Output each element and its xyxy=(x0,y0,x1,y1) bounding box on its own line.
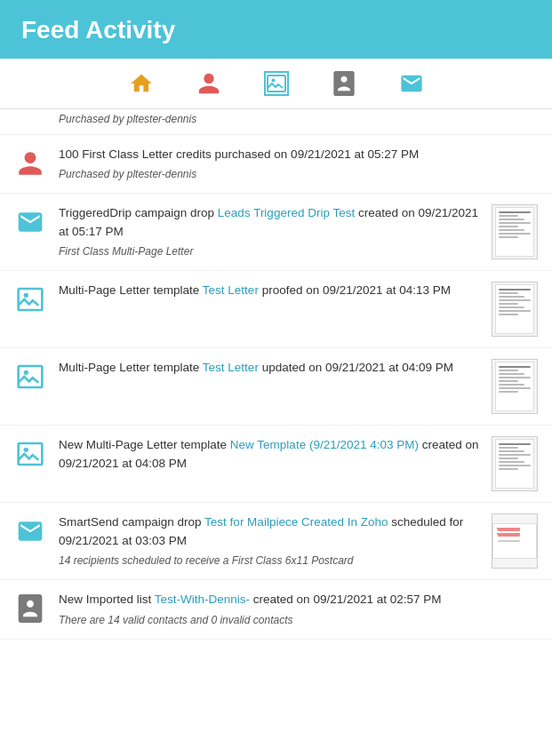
svg-rect-0 xyxy=(268,76,285,92)
feed-item-text-before: SmartSend campaign drop xyxy=(59,515,204,529)
user-nav-item[interactable] xyxy=(193,68,225,99)
mail-nav-item[interactable] xyxy=(396,68,428,99)
feed-item-body: Multi-Page Letter template Test Letter u… xyxy=(59,359,479,377)
image-icon xyxy=(14,361,46,393)
feed-item-link[interactable]: Test-With-Dennis- xyxy=(155,593,250,606)
feed-item-text-before: Multi-Page Letter template xyxy=(59,283,203,297)
feed-item-thumbnail xyxy=(492,436,538,491)
feed-item: TriggeredDrip campaign drop Leads Trigge… xyxy=(0,194,552,271)
feed-item-subtext: 14 recipients scheduled to receive a Fir… xyxy=(59,553,479,569)
svg-rect-2 xyxy=(19,289,43,310)
feed-item-body: TriggeredDrip campaign drop Leads Trigge… xyxy=(59,204,479,259)
feed-item-subtext: There are 14 valid contacts and 0 invali… xyxy=(59,612,538,628)
feed-item-text-after: proofed on 09/21/2021 at 04:13 PM xyxy=(259,283,451,297)
mail-icon xyxy=(14,515,46,547)
feed-item-text-before: New Multi-Page Letter template xyxy=(59,438,230,451)
feed-item-link[interactable]: Test for Mailpiece Created In Zoho xyxy=(204,515,388,529)
feed-item: 100 First Class Letter credits purchased… xyxy=(0,135,552,194)
feed-item-link[interactable]: Test Letter xyxy=(203,283,259,297)
image-icon xyxy=(14,438,46,470)
app-header: Feed Activity xyxy=(0,0,552,59)
feed-item-text-after: created on 09/21/2021 at 02:57 PM xyxy=(250,593,441,606)
feed-item: Multi-Page Letter template Test Letter p… xyxy=(0,271,552,348)
home-nav-item[interactable] xyxy=(125,68,157,99)
feed-item-link[interactable]: New Template (9/21/2021 4:03 PM) xyxy=(230,438,419,451)
feed-item-text-before: TriggeredDrip campaign drop xyxy=(59,206,218,219)
svg-point-3 xyxy=(24,293,28,298)
feed-item-text-before: New Imported list xyxy=(59,593,155,606)
mail-icon xyxy=(14,206,46,238)
svg-rect-6 xyxy=(19,443,43,465)
feed-item-text: 100 First Class Letter credits purchased… xyxy=(59,147,419,161)
feed-item: New Imported list Test-With-Dennis- crea… xyxy=(0,580,552,639)
feed-item-link[interactable]: Leads Triggered Drip Test xyxy=(218,206,355,219)
page-title: Feed Activity xyxy=(21,16,531,44)
contact-nav-item[interactable] xyxy=(328,68,360,99)
feed-item-thumbnail xyxy=(492,204,538,259)
feed-item-subtext: Purchased by pltester-dennis xyxy=(59,166,538,182)
svg-rect-4 xyxy=(19,366,43,387)
contact-icon xyxy=(14,593,46,625)
feed-item: Multi-Page Letter template Test Letter u… xyxy=(0,348,552,426)
feed-item-link[interactable]: Test Letter xyxy=(203,361,259,374)
feed-item-thumbnail xyxy=(492,513,538,569)
feed-item-body: SmartSend campaign drop Test for Mailpie… xyxy=(59,513,479,569)
svg-point-1 xyxy=(271,79,275,83)
partial-sub-text: Purchased by pltester-dennis xyxy=(59,113,196,125)
partial-feed-item: Purchased by pltester-dennis xyxy=(0,109,552,135)
feed-scroll-area[interactable]: Purchased by pltester-dennis 100 First C… xyxy=(0,109,552,756)
feed-item: SmartSend campaign drop Test for Mailpie… xyxy=(0,503,552,580)
image-icon xyxy=(14,283,46,315)
feed-item-thumbnail xyxy=(492,282,538,337)
navigation-bar xyxy=(0,59,552,109)
feed-item: New Multi-Page Letter template New Templ… xyxy=(0,426,552,503)
feed-item-thumbnail xyxy=(492,359,538,414)
feed-item-body: 100 First Class Letter credits purchased… xyxy=(59,146,538,182)
user-icon xyxy=(14,147,46,179)
feed-item-body: Multi-Page Letter template Test Letter p… xyxy=(59,282,479,299)
feed-item-body: New Multi-Page Letter template New Templ… xyxy=(59,436,479,473)
svg-point-5 xyxy=(24,370,28,375)
feed-item-body: New Imported list Test-With-Dennis- crea… xyxy=(59,591,538,627)
svg-point-7 xyxy=(24,448,28,452)
feed-item-text-before: Multi-Page Letter template xyxy=(59,361,203,374)
image-nav-item[interactable] xyxy=(260,68,292,99)
feed-item-subtext: First Class Multi-Page Letter xyxy=(59,243,479,259)
feed-item-text-after: updated on 09/21/2021 at 04:09 PM xyxy=(259,361,453,374)
